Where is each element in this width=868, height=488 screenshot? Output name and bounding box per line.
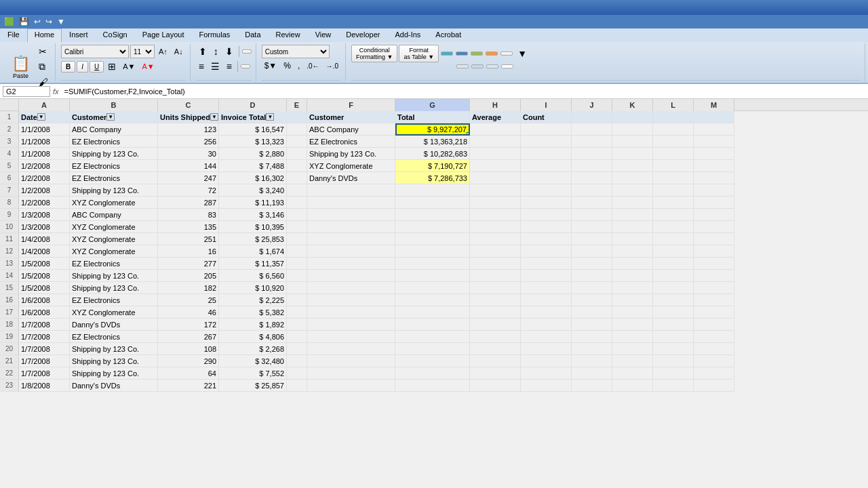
cell[interactable]: 1/4/2008 bbox=[19, 233, 70, 245]
cell[interactable] bbox=[470, 270, 521, 282]
cell[interactable]: $ 3,240 bbox=[219, 184, 287, 197]
cell[interactable]: Shipping by 123 Co. bbox=[70, 270, 158, 282]
cell[interactable] bbox=[287, 282, 307, 294]
cell[interactable] bbox=[572, 294, 612, 306]
cell[interactable] bbox=[470, 123, 521, 136]
undo-icon[interactable]: ↩ bbox=[33, 17, 42, 26]
cell[interactable]: 25 bbox=[158, 294, 219, 306]
align-center-icon[interactable]: ☰ bbox=[208, 60, 222, 73]
accent6-button[interactable] bbox=[486, 52, 498, 56]
cell[interactable] bbox=[395, 294, 470, 306]
cell[interactable]: 1/5/2008 bbox=[19, 282, 70, 294]
align-top-icon[interactable]: ⬆ bbox=[196, 45, 210, 58]
col-header-f[interactable]: F bbox=[307, 99, 395, 111]
cell[interactable] bbox=[470, 367, 521, 380]
cell[interactable] bbox=[470, 355, 521, 367]
cell[interactable]: $ 1,674 bbox=[219, 245, 287, 258]
cell[interactable] bbox=[653, 294, 694, 306]
cell[interactable] bbox=[572, 319, 612, 331]
cell[interactable] bbox=[612, 367, 653, 380]
cell[interactable] bbox=[287, 123, 307, 136]
cell[interactable] bbox=[307, 294, 395, 306]
cell[interactable]: $ 7,552 bbox=[219, 367, 287, 380]
accent5-button[interactable] bbox=[471, 52, 483, 56]
cell[interactable] bbox=[395, 221, 470, 233]
tab-review[interactable]: Review bbox=[269, 28, 308, 42]
align-middle-icon[interactable]: ↕ bbox=[211, 45, 221, 58]
cell[interactable]: 135 bbox=[158, 221, 219, 233]
cell[interactable]: 1/4/2008 bbox=[19, 245, 70, 258]
formula-input[interactable] bbox=[62, 87, 865, 96]
col-header-d[interactable]: D bbox=[219, 99, 287, 111]
cell[interactable] bbox=[694, 306, 734, 319]
save-icon[interactable]: 💾 bbox=[18, 17, 31, 26]
cell[interactable] bbox=[395, 197, 470, 209]
tab-home[interactable]: Home bbox=[27, 28, 62, 43]
cell[interactable] bbox=[307, 306, 395, 319]
cell[interactable] bbox=[307, 209, 395, 221]
cell[interactable] bbox=[694, 221, 734, 233]
cell[interactable] bbox=[612, 148, 653, 160]
decrease-font-icon[interactable]: A↓ bbox=[172, 46, 186, 57]
cell[interactable]: 16 bbox=[158, 245, 219, 258]
cell[interactable] bbox=[653, 258, 694, 270]
cell[interactable] bbox=[572, 355, 612, 367]
cell[interactable] bbox=[612, 245, 653, 258]
cell[interactable] bbox=[694, 136, 734, 148]
cell[interactable] bbox=[612, 270, 653, 282]
cell[interactable] bbox=[612, 294, 653, 306]
cell[interactable] bbox=[612, 343, 653, 355]
cell[interactable] bbox=[572, 306, 612, 319]
cell[interactable]: Shipping by 123 Co. bbox=[70, 367, 158, 380]
cell[interactable] bbox=[521, 270, 572, 282]
cell[interactable]: Average bbox=[470, 111, 521, 123]
cell[interactable] bbox=[287, 221, 307, 233]
cell[interactable] bbox=[694, 197, 734, 209]
cell[interactable] bbox=[653, 343, 694, 355]
cell[interactable] bbox=[694, 172, 734, 184]
cell[interactable]: Customer bbox=[307, 111, 395, 123]
cell[interactable] bbox=[572, 270, 612, 282]
cell[interactable] bbox=[307, 258, 395, 270]
cell[interactable] bbox=[653, 282, 694, 294]
cell[interactable] bbox=[395, 380, 470, 392]
format-as-table-button[interactable]: Formatas Table ▼ bbox=[399, 45, 439, 62]
cell[interactable]: 1/7/2008 bbox=[19, 331, 70, 343]
cell[interactable] bbox=[521, 172, 572, 184]
cell[interactable]: Customer ▼ bbox=[70, 111, 158, 123]
cell[interactable]: $ 9,927,207 bbox=[395, 123, 470, 136]
cell[interactable] bbox=[470, 160, 521, 172]
cell[interactable] bbox=[287, 148, 307, 160]
percent-button[interactable]: % bbox=[281, 60, 294, 72]
cell[interactable]: $ 7,488 bbox=[219, 160, 287, 172]
cell[interactable]: ABC Company bbox=[70, 123, 158, 136]
cell[interactable] bbox=[572, 258, 612, 270]
cell[interactable] bbox=[470, 258, 521, 270]
tab-acrobat[interactable]: Acrobat bbox=[428, 28, 469, 42]
cell[interactable] bbox=[307, 245, 395, 258]
cell[interactable]: $ 10,920 bbox=[219, 282, 287, 294]
cell[interactable] bbox=[521, 233, 572, 245]
cell[interactable] bbox=[612, 197, 653, 209]
cell[interactable]: Danny's DVDs bbox=[307, 172, 395, 184]
col-header-g[interactable]: G bbox=[395, 99, 470, 111]
cell[interactable] bbox=[395, 319, 470, 331]
cell[interactable] bbox=[612, 123, 653, 136]
cell[interactable] bbox=[470, 172, 521, 184]
cell[interactable]: 1/7/2008 bbox=[19, 343, 70, 355]
cell[interactable] bbox=[653, 160, 694, 172]
cell[interactable] bbox=[287, 380, 307, 392]
cell[interactable]: $ 16,302 bbox=[219, 172, 287, 184]
cell[interactable] bbox=[694, 270, 734, 282]
merge-center-button[interactable] bbox=[241, 64, 250, 68]
cell[interactable] bbox=[395, 343, 470, 355]
col-header-m[interactable]: M bbox=[694, 99, 734, 111]
cell[interactable] bbox=[694, 343, 734, 355]
cell[interactable] bbox=[612, 184, 653, 197]
conditional-formatting-button[interactable]: ConditionalFormatting ▼ bbox=[351, 45, 397, 62]
cell[interactable] bbox=[521, 197, 572, 209]
comma-style-button[interactable] bbox=[500, 52, 513, 56]
col-header-h[interactable]: H bbox=[470, 99, 521, 111]
cell[interactable] bbox=[694, 355, 734, 367]
cell[interactable] bbox=[653, 209, 694, 221]
